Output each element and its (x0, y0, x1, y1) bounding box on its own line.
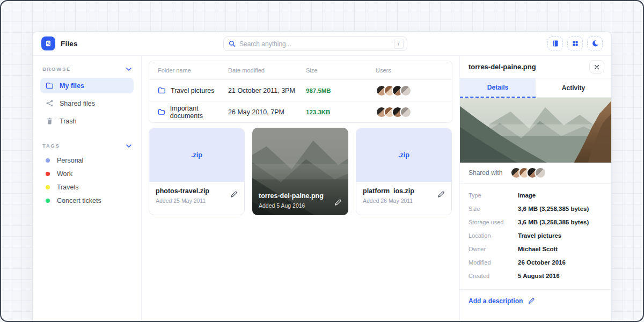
sidebar: BROWSE My files (33, 56, 142, 322)
edit-pencil-icon[interactable] (230, 191, 238, 199)
panel-tabs: Details Activity (460, 78, 611, 98)
file-added-date: Added 26 May 2011 (363, 197, 445, 204)
chevron-down-icon[interactable] (126, 144, 131, 148)
user-avatars (376, 85, 443, 97)
file-cards: .zip photos-travel.zip Added 25 May 2011 (149, 128, 452, 215)
book-button[interactable] (547, 36, 563, 50)
shared-with-avatars (510, 167, 546, 179)
file-card-platform-ios-zip[interactable]: .zip platform_ios.zip Added 26 May 2011 (356, 128, 452, 215)
folder-name: Travel pictures (171, 87, 215, 94)
close-button[interactable] (589, 60, 604, 74)
zip-preview: .zip (149, 128, 244, 182)
tag-item-work[interactable]: Work (40, 167, 134, 180)
sidebar-item-my-files[interactable]: My files (40, 78, 134, 93)
file-name: platform_ios.zip (363, 187, 445, 195)
mountain-photo (460, 98, 611, 163)
detail-row-type: Type Image (469, 188, 603, 202)
folders-table: Folder name Date modified Size Users Tra… (149, 61, 452, 123)
tag-color-dot (46, 185, 50, 189)
grid-view-button[interactable] (567, 36, 583, 50)
panel-file-title: torres-del-paine.png (469, 63, 536, 71)
tag-color-dot (46, 158, 50, 163)
browse-label: BROWSE (42, 66, 71, 72)
app-window: Files / (32, 31, 612, 322)
tab-activity[interactable]: Activity (536, 78, 611, 98)
details-panel: torres-del-paine.png Details Activity (459, 56, 611, 322)
search-icon (229, 40, 236, 47)
main-content: Folder name Date modified Size Users Tra… (142, 56, 459, 322)
tag-list: Personal Work Travels Concert tickets (40, 153, 134, 207)
file-added-date: Added 5 Aug 2016 (259, 202, 305, 209)
detail-value: Travel pictures (518, 232, 561, 239)
table-header: Folder name Date modified Size Users (149, 61, 452, 79)
detail-row-size: Size 3,6 MB (3,258,385 bytes) (469, 202, 603, 215)
detail-value: Michael Scott (518, 246, 558, 252)
detail-value: 3,6 MB (3,258,385 bytes) (518, 219, 589, 225)
tag-color-dot (46, 172, 50, 176)
book-icon (552, 40, 559, 47)
add-description-label: Add a description (469, 297, 523, 305)
tab-details[interactable]: Details (460, 78, 536, 98)
tag-item-personal[interactable]: Personal (40, 153, 134, 167)
sidebar-item-trash[interactable]: Trash (40, 113, 134, 129)
user-avatars (376, 106, 443, 118)
avatar (400, 106, 412, 118)
edit-pencil-icon[interactable] (334, 199, 342, 207)
shared-with-row: Shared with (460, 163, 611, 184)
tags-section-header: TAGS (40, 143, 134, 149)
card-footer: platform_ios.zip Added 26 May 2011 (356, 182, 451, 209)
sidebar-item-label: Trash (60, 118, 77, 125)
app-header: Files / (33, 32, 611, 56)
card-footer: photos-travel.zip Added 25 May 2011 (149, 182, 244, 209)
avatar (400, 85, 412, 97)
share-icon (46, 99, 54, 107)
file-card-torres-del-paine-png[interactable]: torres-del-paine.png Added 5 Aug 2016 (252, 128, 348, 215)
tags-label: TAGS (42, 143, 60, 149)
trash-icon (46, 117, 54, 125)
tag-label: Travels (57, 184, 79, 191)
shared-with-label: Shared with (469, 169, 502, 177)
detail-label: Modified (469, 259, 518, 266)
tag-item-concert-tickets[interactable]: Concert tickets (40, 194, 134, 207)
date-modified: 26 May 2010, 7PM (228, 108, 306, 116)
detail-row-created: Created 5 August 2016 (469, 269, 603, 282)
zip-badge: .zip (398, 151, 409, 159)
detail-row-location: Location Travel pictures (469, 229, 603, 242)
detail-row-storage-used: Storage used 3,6 MB (3,258,385 bytes) (469, 215, 603, 229)
close-icon (594, 64, 599, 70)
search-bar[interactable]: / (223, 36, 407, 51)
tags-section: TAGS Personal Work (40, 143, 134, 207)
file-card-photos-travel-zip[interactable]: .zip photos-travel.zip Added 25 May 2011 (149, 128, 245, 215)
column-header-size: Size (306, 67, 376, 74)
detail-value: Image (518, 192, 536, 199)
tag-color-dot (46, 199, 50, 203)
app-title: Files (61, 40, 78, 48)
tag-label: Concert tickets (57, 197, 101, 204)
tag-item-travels[interactable]: Travels (40, 180, 134, 194)
search-shortcut-badge: / (394, 39, 404, 49)
table-row-important-documents[interactable]: Important documents 26 May 2010, 7PM 123… (149, 101, 452, 122)
folder-size: 987.5MB (306, 87, 376, 94)
detail-row-modified: Modified 26 October 2016 (469, 255, 603, 269)
browse-nav: My files Shared files (40, 78, 134, 129)
date-modified: 21 October 2011, 3PM (228, 87, 306, 94)
detail-row-owner: Owner Michael Scott (469, 242, 603, 255)
file-name: torres-del-paine.png (259, 192, 324, 200)
add-description-button[interactable]: Add a description (460, 290, 611, 312)
app-body: BROWSE My files (33, 56, 611, 322)
zip-badge: .zip (191, 151, 202, 159)
file-details-list: Type Image Size 3,6 MB (3,258,385 bytes)… (460, 184, 611, 287)
detail-label: Owner (469, 246, 518, 252)
edit-pencil-icon[interactable] (437, 191, 445, 199)
app-logo[interactable] (41, 36, 55, 50)
detail-label: Size (469, 206, 518, 212)
sidebar-item-shared-files[interactable]: Shared files (40, 96, 134, 111)
sidebar-item-label: Shared files (60, 100, 95, 107)
panel-header: torres-del-paine.png (460, 56, 611, 78)
dark-mode-button[interactable] (587, 36, 603, 50)
table-row-travel-pictures[interactable]: Travel pictures 21 October 2011, 3PM 987… (149, 79, 452, 101)
folder-icon (46, 82, 54, 90)
search-input[interactable] (239, 40, 394, 48)
chevron-down-icon[interactable] (126, 68, 131, 71)
image-preview (460, 98, 611, 163)
